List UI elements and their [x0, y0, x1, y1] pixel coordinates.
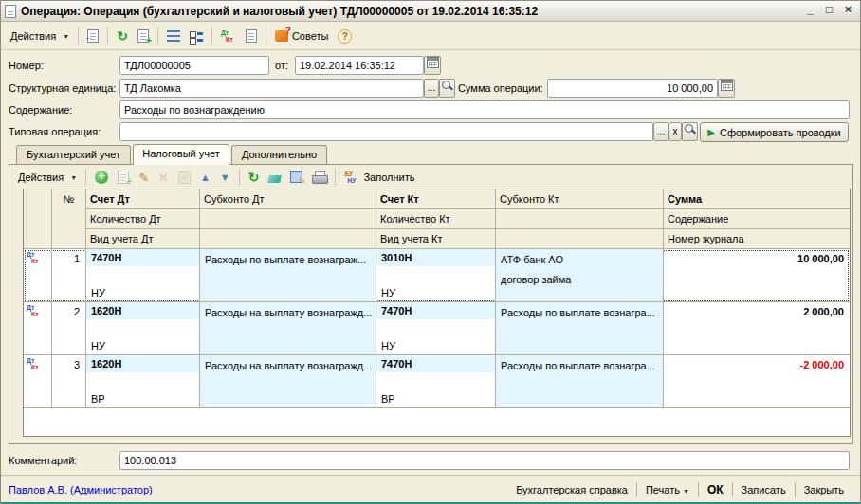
edit-row-button[interactable]: ✎: [134, 167, 154, 188]
unit-select-button[interactable]: ...: [424, 79, 439, 98]
template-select-button[interactable]: ...: [653, 122, 669, 141]
advice-button[interactable]: Советы: [270, 26, 333, 46]
table-actions-menu-button[interactable]: Действия▼: [13, 167, 82, 188]
pencil-icon: ✎: [138, 171, 149, 184]
credit-account-cell[interactable]: 7470Н: [376, 355, 495, 372]
list-view-button[interactable]: [162, 26, 185, 46]
credit-account-cell[interactable]: 7470Н: [376, 302, 495, 319]
header-debit-subconto[interactable]: Субконто Дт: [200, 189, 376, 209]
mark-icon: [267, 175, 282, 183]
add-row-button[interactable]: +: [90, 167, 113, 188]
postings-table: № Счет Дт Количество Дт Вид учета Дт Суб…: [23, 189, 851, 437]
generate-postings-button[interactable]: ▶ Сформировать проводки: [700, 122, 849, 142]
template-clear-button[interactable]: x: [669, 122, 682, 141]
copy-button[interactable]: +: [133, 26, 154, 46]
comment-input[interactable]: [119, 451, 850, 470]
debit-subconto-cell[interactable]: Расходы на выплату вознагражд...: [200, 302, 376, 354]
reread-button[interactable]: ↻: [112, 26, 133, 46]
mark-button[interactable]: [264, 167, 285, 188]
copy-row-button[interactable]: +: [113, 167, 134, 188]
ok-button[interactable]: ОК: [699, 480, 732, 499]
debit-subconto-cell[interactable]: Расходы по выплате вознаграж...: [200, 249, 376, 301]
print-list-button[interactable]: [307, 167, 331, 188]
end-edit-button[interactable]: [174, 167, 195, 188]
actions-menu-button[interactable]: Действия▼: [6, 26, 74, 46]
checkbox-list-button[interactable]: [185, 26, 208, 46]
amount-cell[interactable]: 2 000,00: [664, 302, 850, 354]
credit-qty-cell[interactable]: [376, 319, 495, 336]
header-journal[interactable]: Номер журнала: [664, 229, 850, 248]
advice-book-icon: [275, 30, 288, 42]
debit-account-cell[interactable]: 7470Н: [86, 249, 199, 266]
debit-subconto-cell[interactable]: Расходы на выплату вознагражд...: [200, 355, 376, 407]
tab-additional[interactable]: Дополнительно: [231, 145, 327, 165]
delete-row-button[interactable]: ✕: [154, 167, 174, 188]
table-empty-area: [24, 408, 850, 437]
debit-account-cell[interactable]: 1620Н: [86, 355, 199, 372]
date-input[interactable]: [295, 56, 424, 75]
credit-qty-cell[interactable]: [376, 266, 495, 283]
accounting-note-button[interactable]: Бухгалтерская справка: [507, 480, 636, 499]
header-amount[interactable]: Сумма: [664, 189, 850, 209]
header-credit-account[interactable]: Счет Кт: [376, 189, 495, 209]
close-button[interactable]: ×: [840, 4, 856, 18]
debit-kind-cell[interactable]: НУ: [86, 337, 199, 354]
debit-qty-cell[interactable]: [86, 372, 199, 389]
calendar-button[interactable]: [424, 56, 441, 75]
debit-qty-cell[interactable]: [86, 266, 199, 283]
amount-input[interactable]: [547, 79, 718, 98]
close-form-button[interactable]: Закрыть: [796, 480, 852, 499]
unit-search-button[interactable]: [439, 79, 455, 98]
credit-qty-cell[interactable]: [376, 372, 495, 389]
fill-button[interactable]: БУНУ Заполнить: [339, 167, 419, 188]
save-record-button[interactable]: ←: [82, 26, 103, 46]
move-up-button[interactable]: ▲: [195, 167, 215, 188]
debit-kind-cell[interactable]: НУ: [86, 284, 199, 301]
journal-button[interactable]: [241, 26, 262, 46]
amount-cell[interactable]: 10 000,00: [664, 249, 850, 301]
printer-icon: [312, 171, 326, 184]
template-input[interactable]: [119, 122, 653, 141]
credit-subconto-cell[interactable]: АТФ банк АО договор займа: [496, 249, 664, 301]
table-row[interactable]: ДтКт 1 7470Н НУ Расходы по выплате возна…: [24, 249, 850, 302]
credit-kind-cell[interactable]: НУ: [376, 284, 495, 301]
save-button[interactable]: Записать: [733, 480, 795, 499]
table-row[interactable]: ДтКт 2 1620Н НУ Расходы на выплату возна…: [24, 302, 850, 355]
credit-account-cell[interactable]: 3010Н: [376, 249, 495, 266]
header-debit-kind[interactable]: Вид учета Дт: [86, 229, 199, 248]
credit-subconto-cell[interactable]: Расходы по выплате вознагра...: [496, 355, 664, 407]
credit-kind-cell[interactable]: ВР: [376, 390, 495, 407]
credit-subconto-cell[interactable]: Расходы по выплате вознагра...: [496, 302, 664, 354]
template-search-button[interactable]: [682, 122, 698, 141]
help-button[interactable]: ?: [333, 26, 357, 46]
maximize-button[interactable]: □: [821, 4, 837, 18]
tab-accounting[interactable]: Бухгалтерский учет: [16, 145, 131, 165]
table-row[interactable]: ДтКт 3 1620Н ВР Расходы на выплату возна…: [24, 355, 850, 408]
list-icon: [167, 30, 180, 42]
content-input[interactable]: [119, 100, 850, 119]
postings-button[interactable]: ДтКт: [216, 26, 241, 46]
debit-kind-cell[interactable]: ВР: [86, 390, 199, 407]
header-debit-qty[interactable]: Количество Дт: [86, 209, 199, 229]
unit-input[interactable]: [119, 79, 424, 98]
refresh-button[interactable]: ↻: [244, 167, 265, 188]
header-credit-kind[interactable]: Вид учета Кт: [376, 229, 495, 248]
credit-kind-cell[interactable]: НУ: [376, 337, 495, 354]
table-header: № Счет Дт Количество Дт Вид учета Дт Суб…: [24, 189, 850, 249]
minimize-button[interactable]: _: [802, 4, 818, 18]
move-down-button[interactable]: ▼: [215, 167, 235, 188]
help-icon: ?: [338, 29, 352, 44]
header-credit-subconto[interactable]: Субконто Кт: [496, 189, 663, 209]
number-input[interactable]: [119, 56, 269, 75]
calculator-button[interactable]: [718, 79, 735, 98]
print-button[interactable]: Печать▼: [637, 480, 698, 499]
tab-tax-accounting[interactable]: Налоговый учет: [133, 144, 229, 165]
magnifier-icon: [684, 123, 696, 135]
list-settings-button[interactable]: [285, 167, 307, 188]
header-credit-qty[interactable]: Количество Кт: [376, 209, 495, 229]
header-debit-account[interactable]: Счет Дт: [86, 189, 199, 209]
header-content[interactable]: Содержание: [664, 209, 850, 229]
debit-qty-cell[interactable]: [86, 319, 199, 336]
amount-cell[interactable]: -2 000,00: [664, 355, 850, 407]
debit-account-cell[interactable]: 1620Н: [86, 302, 199, 319]
